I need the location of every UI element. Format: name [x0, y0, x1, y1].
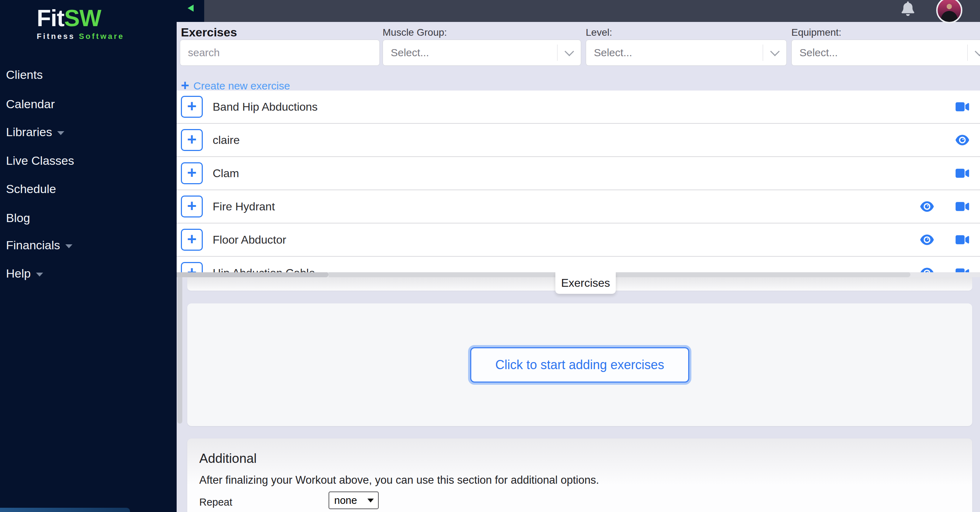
- exercises-panel: Exercises Muscle Group: Level: Equipment…: [177, 22, 980, 272]
- start-adding-exercises-button[interactable]: Click to start adding exercises: [470, 347, 689, 383]
- top-bar: [177, 0, 980, 22]
- add-exercise-button[interactable]: +: [181, 262, 203, 272]
- exercise-name: Fire Hydrant: [213, 200, 275, 213]
- eye-icon[interactable]: [954, 134, 971, 147]
- chevron-down-icon[interactable]: [967, 51, 980, 55]
- scrollbar-thumb[interactable]: [177, 272, 329, 277]
- level-select-value: Select...: [586, 47, 763, 59]
- chat-launcher-strip[interactable]: [0, 508, 130, 512]
- collapse-sidebar-icon[interactable]: [188, 5, 194, 12]
- fitsw-logo[interactable]: FitSW Fitness Software: [37, 6, 124, 40]
- sidebar-item-clients[interactable]: Clients: [6, 67, 43, 82]
- logo-tagline: Fitness Software: [37, 32, 124, 40]
- user-avatar[interactable]: [936, 0, 963, 23]
- vertical-scrollbar[interactable]: [177, 275, 182, 424]
- sidebar-item-libraries[interactable]: Libraries: [6, 124, 64, 139]
- add-exercise-button[interactable]: +: [181, 162, 203, 184]
- create-new-exercise-label: Create new exercise: [193, 80, 290, 92]
- exercises-panel-title: Exercises: [181, 26, 237, 39]
- sidebar-item-live-classes[interactable]: Live Classes: [6, 153, 74, 168]
- repeat-select-value: none: [329, 494, 368, 506]
- exercise-row-actions: [918, 233, 971, 246]
- exercise-name: Clam: [213, 167, 239, 180]
- repeat-select[interactable]: none: [329, 491, 379, 509]
- sidebar-item-financials[interactable]: Financials: [6, 238, 72, 252]
- exercise-row: + Band Hip Abductions: [177, 91, 980, 124]
- equipment-select-value: Select...: [792, 47, 967, 59]
- sidebar-item-label: Financials: [6, 238, 60, 252]
- eye-icon[interactable]: [918, 266, 935, 272]
- exercise-row-actions: [954, 167, 971, 180]
- search-input[interactable]: [180, 40, 380, 66]
- sidebar-item-label: Schedule: [6, 182, 56, 196]
- exercise-row: + Hip Abduction Cable: [177, 257, 980, 272]
- additional-section: Additional After finalizing your Workout…: [187, 439, 972, 512]
- sidebar-item-label: Live Classes: [6, 154, 74, 167]
- sidebar-item-label: Clients: [6, 68, 43, 82]
- add-exercise-button[interactable]: +: [181, 196, 203, 217]
- caret-down-icon: [368, 499, 374, 502]
- exercise-row-actions: [954, 134, 971, 147]
- logo-wordmark: FitSW: [37, 6, 124, 30]
- sidebar-item-calendar[interactable]: Calendar: [6, 97, 55, 112]
- exercise-name: Hip Abduction Cable: [213, 266, 315, 273]
- exercise-list: + Band Hip Abductions + claire + Clam + …: [177, 91, 980, 272]
- muscle-group-label: Muscle Group:: [383, 27, 447, 38]
- exercise-row-actions: [954, 100, 971, 113]
- chevron-down-icon[interactable]: [557, 51, 581, 55]
- exercise-row-actions: [918, 200, 971, 213]
- exercise-row-actions: [918, 266, 971, 272]
- repeat-label: Repeat: [199, 496, 232, 508]
- muscle-group-select[interactable]: Select...: [383, 40, 581, 66]
- additional-description: After finalizing your Workout above, you…: [199, 474, 599, 486]
- add-exercise-button[interactable]: +: [181, 229, 203, 251]
- chevron-down-icon[interactable]: [763, 51, 786, 55]
- exercise-row: + Clam: [177, 157, 980, 190]
- additional-heading: Additional: [199, 451, 257, 466]
- chevron-down-icon: [36, 273, 43, 276]
- sidebar-item-label: Libraries: [6, 125, 52, 139]
- exercise-row: + Floor Abductor: [177, 223, 980, 257]
- video-icon[interactable]: [954, 266, 971, 272]
- level-select[interactable]: Select...: [586, 40, 787, 66]
- exercise-name: claire: [213, 134, 240, 147]
- sidebar-item-label: Blog: [6, 211, 30, 225]
- chevron-down-icon: [65, 244, 72, 248]
- notifications-bell-icon[interactable]: [902, 2, 914, 16]
- video-icon[interactable]: [954, 233, 971, 246]
- sidebar-item-blog[interactable]: Blog: [6, 211, 30, 225]
- plus-icon: +: [181, 78, 189, 92]
- eye-icon[interactable]: [918, 200, 935, 213]
- sidebar-collapse-block: [177, 0, 204, 22]
- level-label: Level:: [586, 27, 612, 38]
- exercise-row: + Fire Hydrant: [177, 190, 980, 223]
- sidebar-item-schedule[interactable]: Schedule: [6, 182, 56, 196]
- sidebar-item-help[interactable]: Help: [6, 266, 43, 281]
- exercise-name: Floor Abductor: [213, 233, 286, 246]
- sidebar: FitSW Fitness Software ClientsCalendarLi…: [0, 0, 177, 512]
- video-icon[interactable]: [954, 167, 971, 180]
- add-exercise-button[interactable]: +: [181, 96, 203, 118]
- sidebar-item-label: Calendar: [6, 97, 55, 111]
- equipment-select[interactable]: Select...: [791, 40, 980, 66]
- add-exercise-button[interactable]: +: [181, 129, 203, 151]
- muscle-group-select-value: Select...: [383, 47, 557, 59]
- exercise-row: + claire: [177, 124, 980, 157]
- chevron-down-icon: [57, 131, 64, 135]
- eye-icon[interactable]: [918, 233, 935, 246]
- video-icon[interactable]: [954, 200, 971, 213]
- exercise-drop-area: Click to start adding exercises: [187, 303, 972, 426]
- sidebar-item-label: Help: [6, 266, 31, 281]
- equipment-label: Equipment:: [791, 27, 842, 38]
- exercise-name: Band Hip Abductions: [213, 100, 318, 113]
- video-icon[interactable]: [954, 100, 971, 113]
- app-root: Exercises Click to start adding exercise…: [0, 0, 980, 512]
- scrollbar-thumb[interactable]: [329, 272, 910, 277]
- tab-exercises[interactable]: Exercises: [555, 272, 616, 294]
